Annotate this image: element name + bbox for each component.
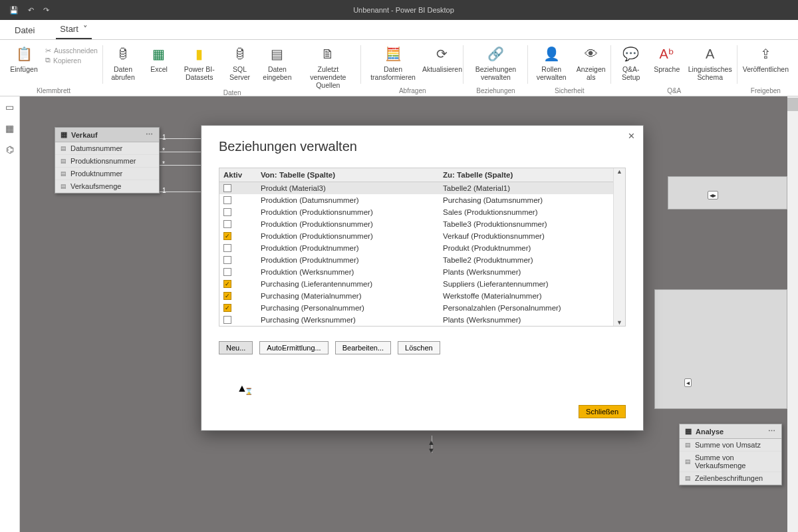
column-to[interactable]: Zu: Tabelle (Spalte) [439, 168, 613, 182]
table-card-partial[interactable] [654, 289, 787, 409]
column-active[interactable]: Aktiv [219, 168, 257, 182]
relationship-row[interactable]: Purchasing (Personalnummer)Personalzahle… [219, 302, 613, 314]
from-cell: Produktion (Produktnummer) [257, 254, 439, 266]
relationship-row[interactable]: Produktion (Produktnummer)Produkt (Produ… [219, 242, 613, 254]
report-view-icon[interactable]: ▭ [5, 102, 14, 112]
relationship-row[interactable]: Purchasing (Werksnummer)Plants (Werksnum… [219, 314, 613, 326]
relationship-row[interactable]: Produktion (Werksnummer)Plants (Werksnum… [219, 266, 613, 278]
table-card-verkauf[interactable]: ▦Verkauf⋯ ▤Datumsnummer ▤Produktionsnumm… [55, 127, 160, 194]
recent-sources-button[interactable]: 🗎Zuletzt verwendete Quellen [300, 44, 356, 89]
table-field[interactable]: ▤Datumsnummer [55, 142, 159, 155]
active-checkbox[interactable] [223, 184, 231, 192]
to-cell: Plants (Werksnummer) [439, 266, 613, 278]
close-button[interactable]: Schließen [579, 405, 626, 418]
scroll-down-icon[interactable]: ▼ [616, 319, 622, 326]
pbi-datasets-button[interactable]: ▮Power BI-Datasets [180, 44, 219, 81]
active-checkbox[interactable] [223, 244, 231, 252]
table-icon: ▦ [685, 427, 692, 436]
relationship-row[interactable]: Produkt (Material3)Tabelle2 (Material1) [219, 182, 613, 194]
active-checkbox[interactable] [223, 208, 231, 216]
cardinality-one: 1 [162, 134, 166, 141]
table-field[interactable]: ▤Verkaufsmenge [55, 180, 159, 193]
cardinality-many: * [162, 160, 165, 168]
refresh-button[interactable]: ⟳Aktualisieren [426, 44, 458, 73]
save-icon[interactable]: 💾 [9, 6, 19, 15]
active-checkbox[interactable] [223, 316, 231, 324]
redo-icon[interactable]: ↷ [43, 6, 49, 15]
more-icon[interactable]: ⋯ [768, 427, 776, 436]
model-view-icon[interactable]: ⌬ [6, 144, 14, 155]
active-checkbox[interactable] [223, 268, 231, 276]
qna-setup-button[interactable]: 💬Q&A-Setup [616, 44, 646, 81]
to-cell: Suppliers (Lieferantennummer) [439, 278, 613, 290]
document-title: Unbenannt - Power BI Desktop [49, 6, 798, 14]
enter-data-button[interactable]: ▤Daten eingeben [261, 44, 294, 81]
active-checkbox[interactable] [223, 304, 231, 312]
active-checkbox[interactable] [223, 220, 231, 228]
from-cell: Produktion (Datumsnummer) [257, 194, 439, 206]
field-icon: ▤ [61, 158, 66, 164]
more-icon[interactable]: ⋯ [146, 130, 154, 139]
undo-icon[interactable]: ↶ [28, 6, 34, 15]
publish-button[interactable]: ⇪Veröffentlichen [743, 44, 789, 73]
roles-button[interactable]: 👤Rollen verwalten [533, 44, 570, 81]
from-cell: Purchasing (Werksnummer) [257, 314, 439, 326]
relationship-row[interactable]: Produktion (Datumsnummer)Purchasing (Dat… [219, 194, 613, 206]
close-icon[interactable]: ✕ [628, 131, 635, 141]
list-scrollbar[interactable]: ▲ ▼ [613, 168, 625, 326]
schema-button[interactable]: ALinguistisches Schema [688, 44, 732, 81]
active-checkbox[interactable] [223, 232, 231, 240]
cut-button[interactable]: ✂ Ausschneiden [45, 47, 98, 55]
transform-button[interactable]: 🧮Daten transformieren [366, 44, 419, 81]
active-checkbox[interactable] [223, 292, 231, 300]
delete-button[interactable]: Löschen [398, 341, 440, 354]
autodetect-button[interactable]: AutoErmittlung... [259, 341, 328, 354]
to-cell: Tabelle2 (Produktnummer) [439, 254, 613, 266]
table-field[interactable]: ▤Summe von Umsatz [680, 439, 781, 452]
table-field[interactable]: ▤Zeilenbeschriftungen [680, 472, 781, 485]
active-checkbox[interactable] [223, 256, 231, 264]
tab-file[interactable]: Datei [11, 23, 39, 39]
relationship-row[interactable]: Produktion (Produktionsnummer)Tabelle3 (… [219, 218, 613, 230]
relationship-row[interactable]: Produktion (Produktionsnummer)Verkauf (P… [219, 230, 613, 242]
from-cell: Produktion (Produktnummer) [257, 242, 439, 254]
sql-button[interactable]: 🛢SQL Server [225, 44, 255, 81]
table-card-partial[interactable] [668, 176, 787, 209]
excel-button[interactable]: ▦Excel [144, 44, 174, 73]
view-switcher: ▭ ▦ ⌬ [0, 96, 20, 532]
new-button[interactable]: Neu... [219, 341, 253, 354]
from-cell: Purchasing (Personalnummer) [257, 302, 439, 314]
relationship-row[interactable]: Produktion (Produktionsnummer)Sales (Pro… [219, 206, 613, 218]
scroll-up-icon[interactable]: ▲ [616, 168, 622, 175]
cardinality-one: 1 [162, 187, 166, 194]
manage-relationships-dialog: ✕ Beziehungen verwalten Aktiv Von: Tabel… [201, 125, 644, 431]
table-card-analyse[interactable]: ▦Analyse⋯ ▤Summe von Umsatz ▤Summe von V… [679, 424, 782, 485]
from-cell: Produktion (Produktionsnummer) [257, 206, 439, 218]
viewas-button[interactable]: 👁Anzeigen als [577, 44, 606, 81]
language-button[interactable]: AᵇSprache [652, 44, 682, 73]
relationship-row[interactable]: Produktion (Produktnummer)Tabelle2 (Prod… [219, 254, 613, 266]
table-title: Analyse [696, 428, 724, 436]
dialog-title: Beziehungen verwalten [201, 126, 643, 162]
table-field[interactable]: ▤Produktionsnummer [55, 155, 159, 168]
column-from[interactable]: Von: Tabelle (Spalte) [257, 168, 439, 182]
group-relations: Beziehungen [476, 87, 515, 96]
manage-relations-button[interactable]: 🔗Beziehungen verwalten [469, 44, 523, 81]
field-icon: ▤ [685, 442, 691, 448]
table-field[interactable]: ▤Produktnummer [55, 168, 159, 180]
copy-button[interactable]: ⧉ Kopieren [45, 56, 98, 65]
table-field[interactable]: ▤Summe von Verkaufsmenge [680, 452, 781, 472]
field-icon: ▤ [61, 183, 66, 190]
vertical-scrollbar[interactable] [787, 96, 798, 532]
resize-handle-icon[interactable]: ▲▼ [428, 438, 435, 454]
edit-button[interactable]: Bearbeiten... [335, 341, 391, 354]
data-view-icon[interactable]: ▦ [5, 123, 14, 134]
get-data-button[interactable]: 🛢Daten abrufen [108, 44, 138, 81]
active-checkbox[interactable] [223, 196, 231, 204]
active-checkbox[interactable] [223, 280, 231, 288]
tab-start[interactable]: Start ˅ [56, 21, 92, 39]
to-cell: Tabelle2 (Material1) [439, 182, 613, 194]
paste-button[interactable]: 📋Einfügen [9, 44, 39, 73]
relationship-row[interactable]: Purchasing (Lieferantennummer)Suppliers … [219, 278, 613, 290]
relationship-row[interactable]: Purchasing (Materialnummer)Werkstoffe (M… [219, 290, 613, 302]
